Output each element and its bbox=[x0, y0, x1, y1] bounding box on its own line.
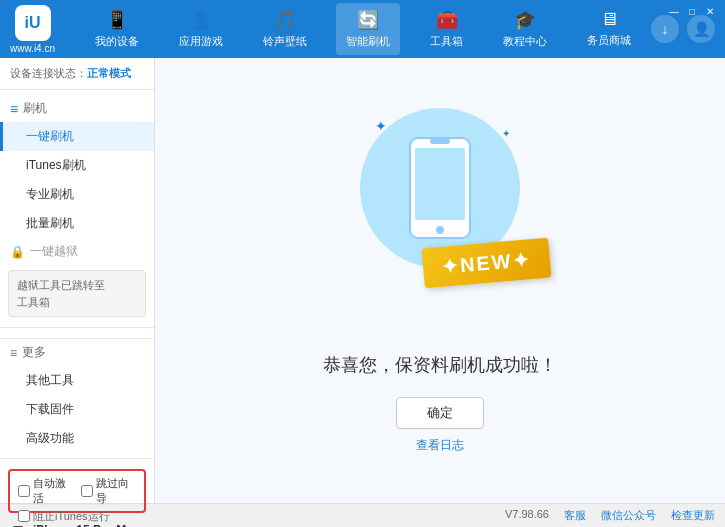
logo: iU www.i4.cn bbox=[10, 5, 55, 54]
wechat-link[interactable]: 微信公众号 bbox=[601, 508, 656, 523]
sidebar-disabled-jailbreak: 🔒 一键越狱 bbox=[0, 238, 154, 265]
lock-icon: 🔒 bbox=[10, 245, 25, 259]
status-bar: 设备连接状态：正常模式 bbox=[0, 58, 154, 90]
more-section-header: ≡ 更多 bbox=[0, 338, 154, 366]
sidebar-item-pro[interactable]: 专业刷机 bbox=[0, 180, 154, 209]
top-right-actions: ↓ 👤 bbox=[651, 15, 715, 43]
nav-toolbox[interactable]: 🧰 工具箱 bbox=[420, 3, 473, 55]
service-icon: 🖥 bbox=[600, 9, 618, 30]
info-text: 越狱工具已跳转至工具箱 bbox=[17, 279, 105, 308]
window-controls: — □ ✕ bbox=[667, 4, 717, 18]
sidebar: 设备连接状态：正常模式 ≡ 刷机 一键刷机 iTunes刷机 专业刷机 批量刷机 bbox=[0, 58, 155, 503]
more-section: ≡ 更多 其他工具 下载固件 高级功能 bbox=[0, 327, 154, 458]
nav-service-label: 务员商城 bbox=[587, 33, 631, 48]
bottom-right: V7.98.66 客服 微信公众号 检查更新 bbox=[505, 508, 715, 523]
flash-section: ≡ 刷机 一键刷机 iTunes刷机 专业刷机 批量刷机 🔒 一键越狱 bbox=[0, 90, 154, 327]
view-log-link[interactable]: 查看日志 bbox=[416, 438, 464, 452]
nav-my-device-label: 我的设备 bbox=[95, 34, 139, 49]
top-navbar: iU www.i4.cn 📱 我的设备 👤 应用游戏 🎵 铃声壁纸 🔄 智能刷机… bbox=[0, 0, 725, 58]
ringtone-icon: 🎵 bbox=[274, 9, 296, 31]
auto-activate-label: 自动激活 bbox=[33, 476, 73, 506]
version-label: V7.98.66 bbox=[505, 508, 549, 523]
nav-service[interactable]: 🖥 务员商城 bbox=[577, 3, 641, 55]
my-device-icon: 📱 bbox=[106, 9, 128, 31]
nav-my-device[interactable]: 📱 我的设备 bbox=[85, 3, 149, 55]
phone-display: ✦ ✦ ✦NEW✦ bbox=[360, 108, 520, 268]
stop-itunes-label: 阻止iTunes运行 bbox=[33, 509, 110, 524]
more-label: 更多 bbox=[22, 344, 46, 361]
nav-items: 📱 我的设备 👤 应用游戏 🎵 铃声壁纸 🔄 智能刷机 🧰 工具箱 🎓 bbox=[75, 3, 651, 55]
sidebar-item-advanced[interactable]: 高级功能 bbox=[0, 424, 154, 453]
status-label: 设备连接状态： bbox=[10, 67, 87, 79]
sidebar-item-download-firmware[interactable]: 下载固件 bbox=[0, 395, 154, 424]
phone-svg bbox=[405, 133, 475, 243]
svg-rect-1 bbox=[415, 148, 465, 220]
auto-activate-checkbox[interactable]: 自动激活 bbox=[18, 476, 73, 506]
skip-guide-label: 跳过向导 bbox=[96, 476, 136, 506]
nav-smart-flash[interactable]: 🔄 智能刷机 bbox=[336, 3, 400, 55]
nav-smart-flash-label: 智能刷机 bbox=[346, 34, 390, 49]
customer-service-link[interactable]: 客服 bbox=[564, 508, 586, 523]
flash-section-header: ≡ 刷机 bbox=[0, 95, 154, 122]
user-icon[interactable]: 👤 bbox=[687, 15, 715, 43]
sidebar-item-one-click[interactable]: 一键刷机 bbox=[0, 122, 154, 151]
smart-flash-icon: 🔄 bbox=[357, 9, 379, 31]
one-click-label: 一键刷机 bbox=[26, 129, 74, 143]
nav-app-games[interactable]: 👤 应用游戏 bbox=[169, 3, 233, 55]
minimize-button[interactable]: — bbox=[667, 4, 681, 18]
advanced-label: 高级功能 bbox=[26, 431, 74, 445]
tutorial-icon: 🎓 bbox=[514, 9, 536, 31]
main-area: 设备连接状态：正常模式 ≡ 刷机 一键刷机 iTunes刷机 专业刷机 批量刷机 bbox=[0, 58, 725, 503]
flash-section-label: 刷机 bbox=[23, 100, 47, 117]
check-update-link[interactable]: 检查更新 bbox=[671, 508, 715, 523]
itunes-label: iTunes刷机 bbox=[26, 158, 86, 172]
sidebar-item-itunes[interactable]: iTunes刷机 bbox=[0, 151, 154, 180]
nav-tutorial-label: 教程中心 bbox=[503, 34, 547, 49]
new-badge-text: ✦NEW✦ bbox=[441, 248, 533, 278]
maximize-button[interactable]: □ bbox=[685, 4, 699, 18]
success-message: 恭喜您，保资料刷机成功啦！ bbox=[323, 353, 557, 377]
nav-ringtone[interactable]: 🎵 铃声壁纸 bbox=[253, 3, 317, 55]
svg-point-3 bbox=[436, 226, 444, 234]
skip-guide-input[interactable] bbox=[81, 485, 93, 497]
stop-itunes-checkbox[interactable] bbox=[18, 510, 30, 522]
svg-rect-2 bbox=[430, 138, 450, 144]
nav-tutorial[interactable]: 🎓 教程中心 bbox=[493, 3, 557, 55]
close-button[interactable]: ✕ bbox=[703, 4, 717, 18]
nav-toolbox-label: 工具箱 bbox=[430, 34, 463, 49]
auto-activate-input[interactable] bbox=[18, 485, 30, 497]
stop-itunes-row: 阻止iTunes运行 bbox=[10, 504, 118, 528]
content-area: ✦ ✦ ✦NEW✦ bbox=[155, 58, 725, 503]
sidebar-item-other-tools[interactable]: 其他工具 bbox=[0, 366, 154, 395]
logo-text: www.i4.cn bbox=[10, 43, 55, 54]
app-games-icon: 👤 bbox=[190, 9, 212, 31]
bottom-bar: 阻止iTunes运行 V7.98.66 客服 微信公众号 检查更新 bbox=[0, 503, 725, 527]
flash-section-icon: ≡ bbox=[10, 101, 18, 117]
sidebar-item-batch[interactable]: 批量刷机 bbox=[0, 209, 154, 238]
download-firmware-label: 下载固件 bbox=[26, 402, 74, 416]
success-section: 恭喜您，保资料刷机成功啦！ 确定 查看日志 bbox=[323, 323, 557, 454]
success-image: ✦ ✦ ✦NEW✦ bbox=[360, 108, 520, 268]
sparkle-2: ✦ bbox=[502, 128, 510, 139]
skip-guide-checkbox[interactable]: 跳过向导 bbox=[81, 476, 136, 506]
status-value: 正常模式 bbox=[87, 67, 131, 79]
batch-label: 批量刷机 bbox=[26, 216, 74, 230]
confirm-button[interactable]: 确定 bbox=[396, 397, 484, 429]
more-icon: ≡ bbox=[10, 346, 17, 360]
sparkle-1: ✦ bbox=[375, 118, 387, 134]
logo-icon: iU bbox=[15, 5, 51, 41]
sidebar-info-box: 越狱工具已跳转至工具箱 bbox=[8, 270, 146, 317]
toolbox-icon: 🧰 bbox=[436, 9, 458, 31]
download-icon[interactable]: ↓ bbox=[651, 15, 679, 43]
other-tools-label: 其他工具 bbox=[26, 373, 74, 387]
nav-ringtone-label: 铃声壁纸 bbox=[263, 34, 307, 49]
disabled-label: 一键越狱 bbox=[30, 243, 78, 260]
pro-label: 专业刷机 bbox=[26, 187, 74, 201]
nav-app-games-label: 应用游戏 bbox=[179, 34, 223, 49]
